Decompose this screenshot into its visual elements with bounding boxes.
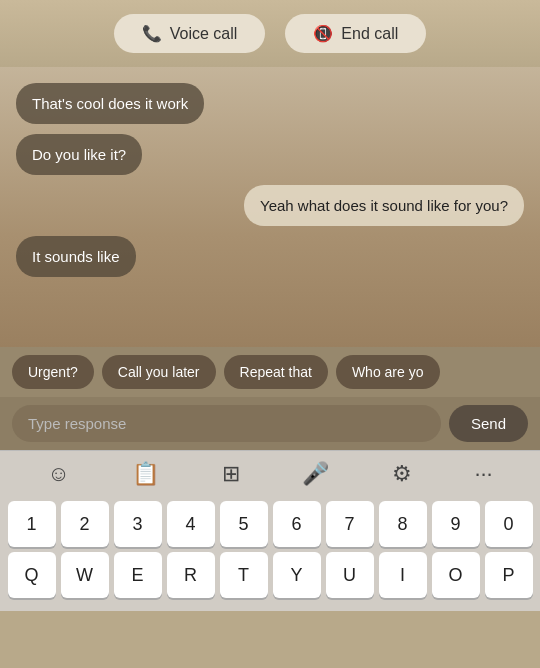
emoji-icon[interactable]: ☺	[47, 461, 69, 487]
quick-replies-bar: Urgent?Call you laterRepeat thatWho are …	[0, 347, 540, 397]
more-icon[interactable]: ···	[474, 461, 492, 487]
key-Q[interactable]: Q	[8, 552, 56, 598]
grid-icon[interactable]: ⊞	[222, 461, 240, 487]
input-area: Send	[0, 397, 540, 450]
quick-reply-button[interactable]: Call you later	[102, 355, 216, 389]
quick-reply-button[interactable]: Who are yo	[336, 355, 440, 389]
clipboard-icon[interactable]: 📋	[132, 461, 159, 487]
keyboard: 1234567890QWERTYUIOP	[0, 497, 540, 611]
number-row: 1234567890	[4, 501, 536, 547]
chat-bubble: That's cool does it work	[16, 83, 204, 124]
settings-icon[interactable]: ⚙	[392, 461, 412, 487]
key-I[interactable]: I	[379, 552, 427, 598]
quick-reply-button[interactable]: Repeat that	[224, 355, 328, 389]
key-W[interactable]: W	[61, 552, 109, 598]
key-Y[interactable]: Y	[273, 552, 321, 598]
end-phone-icon: 📵	[313, 24, 333, 43]
key-R[interactable]: R	[167, 552, 215, 598]
key-U[interactable]: U	[326, 552, 374, 598]
key-4[interactable]: 4	[167, 501, 215, 547]
microphone-icon[interactable]: 🎤	[302, 461, 329, 487]
key-8[interactable]: 8	[379, 501, 427, 547]
key-9[interactable]: 9	[432, 501, 480, 547]
key-6[interactable]: 6	[273, 501, 321, 547]
top-letter-row: QWERTYUIOP	[4, 552, 536, 598]
chat-area: That's cool does it workDo you like it?Y…	[0, 67, 540, 347]
message-row: Do you like it?	[16, 134, 524, 175]
message-row: It sounds like	[16, 236, 524, 277]
end-call-label: End call	[341, 25, 398, 43]
chat-bubble: It sounds like	[16, 236, 136, 277]
message-input[interactable]	[12, 405, 441, 442]
key-P[interactable]: P	[485, 552, 533, 598]
keyboard-toolbar: ☺ 📋 ⊞ 🎤 ⚙ ···	[0, 450, 540, 497]
key-1[interactable]: 1	[8, 501, 56, 547]
end-call-button[interactable]: 📵 End call	[285, 14, 426, 53]
key-2[interactable]: 2	[61, 501, 109, 547]
key-T[interactable]: T	[220, 552, 268, 598]
voice-call-button[interactable]: 📞 Voice call	[114, 14, 266, 53]
message-row: Yeah what does it sound like for you?	[16, 185, 524, 226]
send-button[interactable]: Send	[449, 405, 528, 442]
quick-reply-button[interactable]: Urgent?	[12, 355, 94, 389]
message-row: That's cool does it work	[16, 83, 524, 124]
key-7[interactable]: 7	[326, 501, 374, 547]
key-O[interactable]: O	[432, 552, 480, 598]
key-3[interactable]: 3	[114, 501, 162, 547]
voice-call-label: Voice call	[170, 25, 238, 43]
key-0[interactable]: 0	[485, 501, 533, 547]
chat-bubble: Yeah what does it sound like for you?	[244, 185, 524, 226]
header: 📞 Voice call 📵 End call	[0, 0, 540, 67]
key-E[interactable]: E	[114, 552, 162, 598]
chat-bubble: Do you like it?	[16, 134, 142, 175]
phone-icon: 📞	[142, 24, 162, 43]
key-5[interactable]: 5	[220, 501, 268, 547]
